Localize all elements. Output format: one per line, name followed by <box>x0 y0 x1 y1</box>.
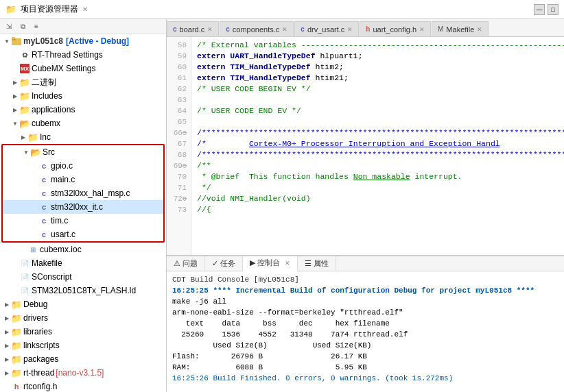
leaf-arrow <box>30 217 38 225</box>
minimize-button[interactable]: — <box>534 4 545 15</box>
tab-close-console[interactable]: ✕ <box>285 260 290 267</box>
code-area[interactable]: /* External variables ------------------… <box>191 37 564 255</box>
folder-icon: 📁 <box>19 90 30 101</box>
sidebar-item-ld[interactable]: 📄 STM32L051C8Tx_FLASH.ld <box>0 284 166 297</box>
properties-label: 属性 <box>314 258 329 269</box>
ioc-file-icon: ⊞ <box>27 244 38 255</box>
tab-close-button[interactable]: ✕ <box>347 26 353 33</box>
sidebar-item-tim-c[interactable]: c tim.c <box>3 214 163 228</box>
linkscripts-label: linkscripts <box>23 341 60 350</box>
tab-close-button[interactable]: ✕ <box>207 26 213 33</box>
leaf-arrow <box>30 175 38 184</box>
mx-icon: MX <box>19 63 30 74</box>
sidebar-item-cubemx-settings[interactable]: MX CubeMX Settings <box>0 62 166 75</box>
sidebar-item-cubemx[interactable]: 📂 cubemx <box>0 117 166 130</box>
sidebar-item-it-c[interactable]: c stm32l0xx_it.c <box>3 200 163 214</box>
tab-tasks[interactable]: ✓ 任务 <box>205 256 243 271</box>
sidebar-item-rtthread-settings[interactable]: ⚙ RT-Thread Settings <box>0 48 166 62</box>
code-line-66: /***************************************… <box>197 127 564 138</box>
tab-properties[interactable]: ☰ 属性 <box>298 256 336 271</box>
c-file-icon: c <box>38 201 49 212</box>
tab-close-button[interactable]: ✕ <box>477 26 482 33</box>
sidebar-item-gpio-c[interactable]: c gpio.c <box>3 159 163 173</box>
sidebar-item-debug[interactable]: 📁 Debug <box>0 297 166 311</box>
sidebar-item-libraries[interactable]: 📁 libraries <box>0 325 166 339</box>
sidebar-item-cubemx-ioc[interactable]: ⊞ cubemx.ioc <box>0 243 166 256</box>
console-icon: ▶ <box>250 258 255 267</box>
tab-makefile[interactable]: M Makefile ✕ <box>432 21 489 36</box>
console-line-5: 25260 1536 4552 31348 7a74 rtthread.elf <box>172 329 559 340</box>
src-highlight-box: 📂 Src c gpio.c c main.c c <box>1 144 165 243</box>
tab-drv-usart-label: drv_usart.c <box>307 25 344 34</box>
tab-c-icon: c <box>301 25 305 33</box>
code-line-64: /* USER CODE END EV */ <box>197 106 564 117</box>
tab-console[interactable]: ▶ 控制台 ✕ <box>243 256 298 271</box>
console-content[interactable]: CDT Build Console [myL051c8] 16:25:25 **… <box>167 271 564 392</box>
link-editor-button[interactable]: ⧉ <box>16 21 29 33</box>
rtconfig-h-label: rtconfig.h <box>23 382 57 391</box>
sidebar-item-inc[interactable]: 📁 Inc <box>0 130 166 144</box>
code-content: 58 59 60 61 62 63 64 65 66⊖ 67 68 69⊖ 70… <box>167 37 564 255</box>
sidebar-item-linkscripts[interactable]: 📁 linkscripts <box>0 339 166 352</box>
sidebar-item-binary[interactable]: 📁 二进制 <box>0 75 166 89</box>
title-bar-icon: 📁 <box>5 4 16 14</box>
inc-label: Inc <box>40 132 51 142</box>
sidebar-item-includes[interactable]: 📁 Includes <box>0 89 166 103</box>
tab-mk-icon: M <box>438 25 443 33</box>
tab-uart-config-label: uart_config.h <box>373 25 416 34</box>
view-menu-button[interactable]: ≡ <box>30 21 43 33</box>
tab-close-button[interactable]: ✕ <box>282 26 287 33</box>
code-line-61: extern TIM_HandleTypeDef htim21; <box>197 73 564 84</box>
sidebar-item-hal-msp-c[interactable]: c stm32l0xx_hal_msp.c <box>3 186 163 200</box>
console-line-4: text data bss dec hex filename <box>172 318 559 329</box>
code-line-72: //void NMI_Handler(void) <box>197 193 564 204</box>
sidebar-toolbar: ⇲ ⧉ ≡ <box>0 19 166 34</box>
console-line-flash: Flash: 26796 B 26.17 KB <box>172 351 559 362</box>
collapse-all-button[interactable]: ⇲ <box>3 21 15 33</box>
tab-close-button[interactable]: ✕ <box>419 26 425 33</box>
tab-c-icon: c <box>173 25 177 33</box>
sidebar-item-drivers[interactable]: 📁 drivers <box>0 311 166 325</box>
sidebar-item-applications[interactable]: 📁 applications <box>0 103 166 117</box>
sidebar-item-sconscript[interactable]: 📄 SConscript <box>0 270 166 284</box>
tab-drv-usart-c[interactable]: c drv_usart.c ✕ <box>294 21 359 36</box>
main-layout: ⇲ ⧉ ≡ myL051c8 [Active - Debug] ⚙ RT-Thr… <box>0 19 564 392</box>
tab-components-c[interactable]: c components.c ✕ <box>220 21 294 36</box>
project-root[interactable]: myL051c8 [Active - Debug] <box>0 34 166 48</box>
sidebar-item-rt-thread[interactable]: 📁 rt-thread [nano-v3.1.5] <box>0 366 166 380</box>
sidebar-item-usart-c[interactable]: c usart.c <box>3 228 163 241</box>
sidebar-item-packages[interactable]: 📁 packages <box>0 352 166 366</box>
tab-uart-config-h[interactable]: h uart_config.h ✕ <box>360 21 431 36</box>
console-line-ram: RAM: 6088 B 5.95 KB <box>172 362 559 373</box>
console-line-3: arm-none-eabi-size --format=berkeley "rt… <box>172 307 559 318</box>
sidebar-item-makefile[interactable]: 📄 Makefile <box>0 256 166 270</box>
sidebar-item-src[interactable]: 📂 Src <box>3 145 163 159</box>
hal-msp-c-label: stm32l0xx_hal_msp.c <box>51 188 130 198</box>
code-line-60: extern TIM_HandleTypeDef htim2; <box>197 62 564 73</box>
sidebar-item-rtconfig-h[interactable]: h rtconfig.h <box>0 380 166 392</box>
title-bar-title: 项目资源管理器 <box>21 3 78 15</box>
sconscript-label: SConscript <box>32 272 72 282</box>
tab-board-c[interactable]: c board.c ✕ <box>167 21 219 36</box>
leaf-arrow <box>30 189 38 197</box>
bottom-tabs: ⚠ 问题 ✓ 任务 ▶ 控制台 ✕ ☰ 属性 <box>167 256 564 271</box>
leaf-arrow <box>11 51 19 59</box>
maximize-button[interactable]: □ <box>548 4 559 15</box>
folder-icon: 📁 <box>11 326 22 337</box>
title-bar-close-x[interactable]: ✕ <box>82 5 88 13</box>
folder-icon: 📁 <box>11 367 22 378</box>
ld-label: STM32L051C8Tx_FLASH.ld <box>32 286 136 295</box>
project-name: myL051c8 <box>23 36 63 46</box>
gpio-c-label: gpio.c <box>51 161 73 171</box>
leaf-arrow <box>11 64 19 73</box>
folder-icon: 📁 <box>11 354 22 365</box>
libraries-label: libraries <box>23 327 52 336</box>
sidebar-tree: myL051c8 [Active - Debug] ⚙ RT-Thread Se… <box>0 34 166 392</box>
tab-problems[interactable]: ⚠ 问题 <box>167 256 205 271</box>
sidebar-item-main-c[interactable]: c main.c <box>3 173 163 186</box>
folder-arrow <box>11 106 19 114</box>
leaf-arrow <box>19 245 27 254</box>
rtthread-settings-label: RT-Thread Settings <box>32 50 103 60</box>
c-file-icon: c <box>38 215 49 226</box>
code-editor[interactable]: 58 59 60 61 62 63 64 65 66⊖ 67 68 69⊖ 70… <box>167 37 564 255</box>
